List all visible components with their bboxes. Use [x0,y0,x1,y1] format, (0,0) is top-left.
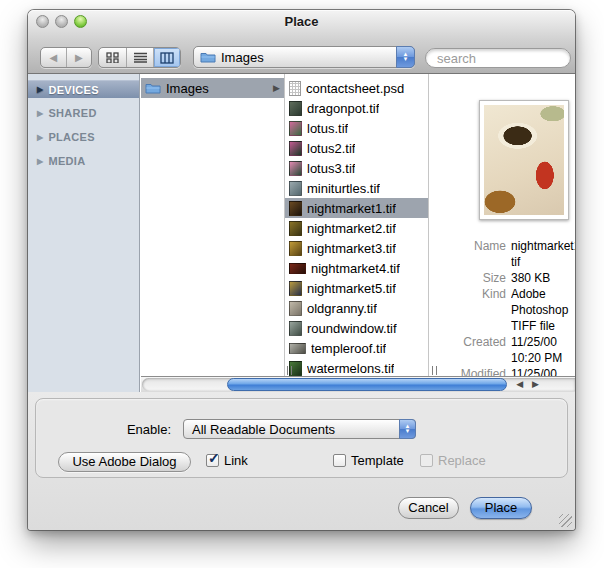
options-box: Enable: All Readable Documents ▲ ▼ Use A… [35,398,568,478]
metadata-value-line: 11/25/00 [511,366,575,376]
enable-label: Enable: [116,422,171,437]
column-resize-handle[interactable] [432,366,437,375]
file-thumbnail-icon [289,201,302,216]
enable-popup-stepper[interactable]: ▲ ▼ [399,419,416,439]
file-thumbnail-icon [289,221,302,236]
folder-row[interactable]: Images ▶ [141,78,284,98]
file-name: nightmarket5.tif [307,281,396,296]
metadata-value: nightmarket1.tif [511,238,575,270]
popup-stepper[interactable]: ▲ ▼ [396,46,415,68]
file-name: nightmarket3.tif [307,241,396,256]
sidebar: ▶ DEVICES ▶ SHARED ▶ PLACES ▶ MEDIA [28,74,140,392]
folder-column: Images ▶ [141,74,285,376]
file-name: nightmarket4.tif [311,261,400,276]
view-mode-control [98,47,181,68]
sidebar-group-label: SHARED [48,107,96,119]
option-checkbox[interactable]: ✓ Replace [420,453,486,468]
file-row[interactable]: roundwindow.tif [285,318,428,338]
checkbox-box[interactable]: ✓ [420,454,433,467]
stepper-down-icon: ▼ [405,429,411,434]
file-row[interactable]: nightmarket5.tif [285,278,428,298]
scroll-left-button[interactable]: ◀ [516,377,523,392]
file-row[interactable]: nightmarket3.tif [285,238,428,258]
file-name: nightmarket1.tif [307,201,396,216]
metadata-value: AdobePhotoshopTIFF file [511,286,575,334]
metadata-value-line: Adobe [511,286,575,302]
file-name: roundwindow.tif [307,321,397,336]
metadata-value: 11/25/00 [511,366,575,376]
enable-popup[interactable]: All Readable Documents ▲ ▼ [183,419,416,439]
file-row[interactable]: contactsheet.psd [285,78,428,98]
list-view-button[interactable] [126,48,153,67]
file-row[interactable]: lotus.tif [285,118,428,138]
disclosure-triangle-icon[interactable]: ▶ [37,109,43,118]
file-row[interactable]: watermelons.tif [285,358,428,376]
icon-view-icon [106,52,119,63]
folder-icon [145,82,161,94]
checkbox-label: Link [224,453,248,468]
checkbox-label: Template [351,453,404,468]
scroll-right-button[interactable]: ▶ [532,377,539,392]
back-button[interactable]: ◀ [41,48,66,67]
sidebar-group-label: PLACES [48,131,94,143]
file-row[interactable]: nightmarket4.tif [285,258,428,278]
disclosure-triangle-icon[interactable]: ▶ [37,157,43,166]
file-list-column: contactsheet.psd dragonpot.tif lotus.tif [285,74,429,376]
checkbox-box[interactable]: ✓ [206,454,219,467]
window-title: Place [28,14,575,29]
enable-popup-value: All Readable Documents [192,422,335,437]
resize-grip-icon[interactable] [559,514,572,527]
metadata-label: Modified [429,366,511,376]
metadata-row: Modified 11/25/00 [429,366,575,376]
file-row[interactable]: dragonpot.tif [285,98,428,118]
column-resize-handle[interactable] [287,366,292,375]
history-nav: ◀ ▶ [40,47,92,68]
file-row[interactable]: oldgranny.tif [285,298,428,318]
options-pane: Enable: All Readable Documents ▲ ▼ Use A… [28,392,575,530]
metadata-row: Kind AdobePhotoshopTIFF file [429,286,575,334]
metadata-row: Size 380 KB [429,270,575,286]
scrollbar-arrows: ◀ ▶ [516,377,539,392]
file-row[interactable]: miniturtles.tif [285,178,428,198]
file-row[interactable]: lotus2.tif [285,138,428,158]
search-input[interactable] [437,51,604,66]
column-view-icon [160,52,174,64]
file-thumbnail-icon [289,81,301,96]
metadata-label: Created [429,334,511,366]
preview-column: Name nightmarket1.tif Size 380 KB Kind A… [429,74,575,376]
file-row[interactable]: nightmarket1.tif [285,198,428,218]
place-button[interactable]: Place [470,497,532,519]
file-row[interactable]: nightmarket2.tif [285,218,428,238]
sidebar-group[interactable]: ▶ PLACES [28,128,139,146]
icon-view-button[interactable] [99,48,126,67]
file-row[interactable]: templeroof.tif [285,338,428,358]
column-view-button[interactable] [153,48,180,67]
horizontal-scrollbar[interactable]: ◀ ▶ [141,376,575,392]
disclosure-triangle-icon[interactable]: ▶ [37,133,43,142]
file-thumbnail-icon [289,141,302,156]
file-name: contactsheet.psd [306,81,404,96]
folder-icon [200,51,216,63]
metadata-value: 380 KB [511,270,575,286]
file-browser: ▶ DEVICES ▶ SHARED ▶ PLACES ▶ MEDIA [28,74,575,392]
search-field[interactable] [425,48,571,68]
use-adobe-dialog-button[interactable]: Use Adobe Dialog [58,452,191,472]
checkbox-box[interactable]: ✓ [333,454,346,467]
metadata-value-line: 11/25/00 [511,334,575,350]
sidebar-group-label: MEDIA [48,155,85,167]
sidebar-group[interactable]: ▶ MEDIA [28,152,139,170]
file-thumbnail-icon [289,263,306,274]
forward-button[interactable]: ▶ [66,48,92,67]
file-row[interactable]: lotus3.tif [285,158,428,178]
metadata-value-line: 10:20 PM [511,350,575,366]
disclosure-triangle-icon[interactable]: ▶ [37,85,43,94]
file-thumbnail-icon [289,321,302,336]
option-checkbox[interactable]: ✓ Template [333,453,404,468]
cancel-button[interactable]: Cancel [398,497,459,519]
sidebar-group[interactable]: ▶ DEVICES [28,80,139,98]
option-checkbox[interactable]: ✓ Link [206,453,248,468]
scrollbar-thumb[interactable] [227,378,507,391]
metadata-row: Name nightmarket1.tif [429,238,575,270]
sidebar-group[interactable]: ▶ SHARED [28,104,139,122]
folder-path-popup[interactable]: Images ▲ ▼ [193,46,415,68]
